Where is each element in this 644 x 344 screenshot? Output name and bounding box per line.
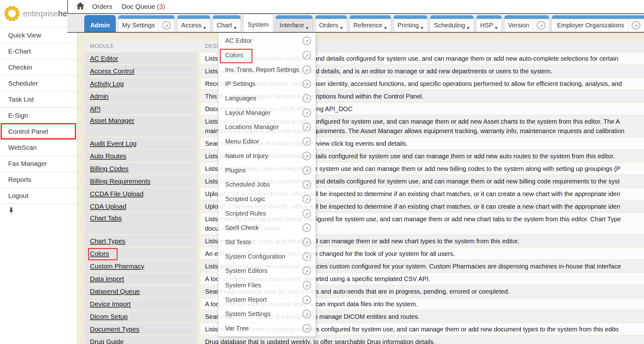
sidebar-item-logout[interactable]: Logout <box>0 188 77 204</box>
sidebar-item-reports[interactable]: Reports <box>0 172 77 188</box>
module-link-cda-upload[interactable]: CDA Upload <box>90 203 126 210</box>
sidebar-item-scheduler[interactable]: Scheduler <box>0 75 77 91</box>
menu-item-system-report[interactable]: System Report↗ <box>218 292 316 307</box>
module-link-billing-requirements[interactable]: Billing Requirements <box>90 178 151 185</box>
external-link-icon[interactable]: ↗ <box>303 80 311 88</box>
external-link-icon[interactable]: ↗ <box>303 281 311 290</box>
external-link-icon[interactable]: ↗ <box>303 152 311 160</box>
sidebar-item-webscan[interactable]: WebScan <box>0 139 77 155</box>
tab-hsp[interactable]: HSP <box>476 15 502 32</box>
tab-employer-organizations[interactable]: Employer Organizations↗ <box>552 15 644 32</box>
sidebar-item-e-sign[interactable]: E-Sign <box>0 107 77 123</box>
tab-printing[interactable]: Printing <box>393 15 428 32</box>
module-link-asset-manager[interactable]: Asset Manager <box>90 117 134 124</box>
external-link-icon[interactable]: ↗ <box>303 209 311 218</box>
tab-top-strip <box>552 15 644 19</box>
module-link-ac-editor[interactable]: AC Editor <box>90 55 118 62</box>
module-link-ccda-file-upload[interactable]: CCDA File Upload <box>90 190 143 198</box>
menu-item-ip-settings[interactable]: IP Settings↗ <box>218 77 316 91</box>
tab-interface[interactable]: Interface <box>275 15 313 32</box>
external-link-icon[interactable]: ↗ <box>303 310 311 318</box>
menu-item-var-tree[interactable]: Var Tree↗ <box>218 321 316 336</box>
menu-item-system-settings[interactable]: System Settings↗ <box>218 307 316 321</box>
module-link-api[interactable]: API <box>90 105 101 113</box>
external-link-icon[interactable]: ↗ <box>303 252 311 261</box>
tab-admin[interactable]: Admin <box>84 15 116 32</box>
tab-reference[interactable]: Reference <box>349 15 391 32</box>
sidebar-item-control-panel[interactable]: Control Panel <box>0 123 77 139</box>
sidebar-item-e-chart[interactable]: E-Chart <box>0 43 77 59</box>
menu-item-scripted-logic[interactable]: Scripted Logic↗ <box>218 192 316 206</box>
breadcrumb-orders[interactable]: Orders <box>92 3 112 10</box>
module-link-auto-routes[interactable]: Auto Routes <box>90 152 126 160</box>
breadcrumb-doc-queue[interactable]: Doc Queue (3) <box>122 3 165 10</box>
module-link-device-import[interactable]: Device Import <box>90 300 131 308</box>
home-icon[interactable] <box>76 2 85 11</box>
external-link-icon[interactable]: ↗ <box>303 137 311 146</box>
menu-item-scripted-rules[interactable]: Scripted Rules↗ <box>218 206 316 221</box>
external-link-icon[interactable]: ↗ <box>303 37 311 45</box>
external-link-icon[interactable]: ↗ <box>303 65 311 74</box>
tab-external-wrap: ↗ <box>628 19 640 32</box>
menu-item-spell-check[interactable]: Spell Check↗ <box>218 221 316 235</box>
module-link-document-types[interactable]: Document Types <box>90 325 139 333</box>
module-link-activity-log[interactable]: Activity Log <box>90 80 124 87</box>
external-link-icon[interactable]: ↗ <box>303 195 311 203</box>
module-link-chart-types[interactable]: Chart Types <box>90 237 125 245</box>
menu-item-system-files[interactable]: System Files↗ <box>218 278 316 293</box>
module-link-access-control[interactable]: Access Control <box>90 67 134 75</box>
menu-item-layout-manager[interactable]: Layout Manager↗ <box>218 105 316 120</box>
external-link-icon[interactable]: ↗ <box>303 238 311 246</box>
external-link-icon[interactable]: ↗ <box>303 123 311 131</box>
external-link-icon[interactable]: ↗ <box>303 166 311 175</box>
menu-item-menu-editor[interactable]: Menu Editor↗ <box>218 134 316 149</box>
tab-system[interactable]: System <box>243 14 273 32</box>
module-link-colors[interactable]: Colors <box>90 250 109 257</box>
menu-item-system-editors[interactable]: System Editors↗ <box>218 264 316 278</box>
tab-top-strip <box>315 15 347 19</box>
module-link-audit-event-log[interactable]: Audit Event Log <box>90 140 136 147</box>
sidebar-item-checkin[interactable]: Checkin <box>0 59 77 75</box>
module-link-billing-codes[interactable]: Billing Codes <box>90 165 129 172</box>
sidebar-item-task-list[interactable]: Task List <box>0 91 77 107</box>
menu-item-system-configuration[interactable]: System Configuration↗ <box>218 249 316 264</box>
module-link-drug-guide[interactable]: Drug Guide <box>90 338 124 344</box>
module-link-custom-pharmacy[interactable]: Custom Pharmacy <box>90 262 144 270</box>
external-link-icon[interactable]: ↗ <box>303 267 311 275</box>
sidebar-item-fax-manager[interactable]: Fax Manager <box>0 155 77 172</box>
module-link-dicom-setup[interactable]: Dicom Setup <box>90 313 128 320</box>
external-link-icon[interactable]: ↗ <box>303 223 311 232</box>
module-link-datasend-queue[interactable]: Datasend Queue <box>90 288 140 295</box>
menu-item-inv-trans-report-settings[interactable]: Inv. Trans. Report Settings↗ <box>218 62 316 77</box>
external-link-icon[interactable]: ↗ <box>303 94 311 103</box>
external-link-icon[interactable]: ↗ <box>303 109 311 117</box>
external-link-icon[interactable]: ↗ <box>537 21 545 30</box>
menu-item-std-tests[interactable]: Std Tests↗ <box>218 235 316 250</box>
external-link-icon[interactable]: ↗ <box>303 180 311 189</box>
tab-chart[interactable]: Chart <box>213 15 241 32</box>
menu-item-plugins[interactable]: Plugins↗ <box>218 163 316 178</box>
tab-scheduling[interactable]: Scheduling <box>430 15 474 32</box>
tab-access[interactable]: Access <box>177 15 210 32</box>
tab-orders[interactable]: Orders <box>315 15 347 32</box>
tab-my-settings[interactable]: My Settings↗ <box>118 15 175 32</box>
external-link-icon[interactable]: ↗ <box>303 324 311 333</box>
module-link-data-import[interactable]: Data import <box>90 275 124 283</box>
menu-item-languages[interactable]: Languages↗ <box>218 91 316 106</box>
menu-item-locations-manager[interactable]: Locations Manager↗ <box>218 120 316 134</box>
sidebar-pin-row[interactable] <box>0 204 77 220</box>
sidebar-item-quick-view[interactable]: Quick View <box>0 27 77 43</box>
module-link-chart-tabs[interactable]: Chart Tabs <box>90 214 122 222</box>
doc-queue-count-badge: (3) <box>157 3 165 10</box>
module-link-admin[interactable]: Admin <box>90 93 109 100</box>
app-logo[interactable]: enterprisehealth <box>0 0 67 27</box>
tab-version[interactable]: Version↗ <box>504 15 549 32</box>
external-link-icon[interactable]: ↗ <box>632 21 640 30</box>
menu-item-scheduled-jobs[interactable]: Scheduled Jobs↗ <box>218 178 316 192</box>
menu-item-nature-of-injury[interactable]: Nature of Injury↗ <box>218 149 316 163</box>
external-link-icon[interactable]: ↗ <box>162 21 171 30</box>
menu-item-ac-editor[interactable]: AC Editor↗ <box>218 34 316 48</box>
external-link-icon[interactable]: ↗ <box>303 51 311 59</box>
menu-item-colors[interactable]: Colors↗ <box>218 48 316 63</box>
external-link-icon[interactable]: ↗ <box>303 296 311 304</box>
